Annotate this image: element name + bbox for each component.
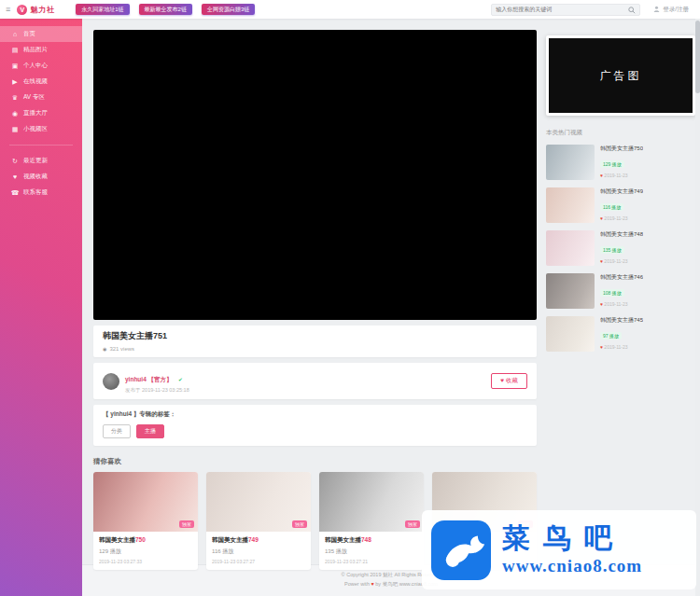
collect-button[interactable]: ♥ 收藏	[491, 373, 527, 389]
bird-logo-icon	[431, 520, 491, 580]
login-link[interactable]: 登录/注册	[653, 6, 689, 14]
hot-item-date: ♥ 2019-11-23	[600, 344, 643, 350]
hot-list-item[interactable]: 韩国美女主播748 135 播放 ♥ 2019-11-23	[546, 230, 695, 266]
hot-list-title: 本类热门视频	[546, 129, 695, 137]
refresh-icon: ↻	[10, 158, 20, 165]
related-card[interactable]: 独家 韩国美女主播750 129 播放 2019-11-23 03:27:33	[93, 472, 198, 570]
card-title[interactable]: 韩国美女主播748	[325, 536, 418, 545]
video-thumbnail[interactable]: 独家	[93, 472, 198, 532]
nav-button-3[interactable]: 全网资源白嫖3链	[202, 4, 255, 15]
hot-item-date: ♥ 2019-11-23	[600, 173, 643, 178]
right-sidebar: 广告图 本类热门视频 韩国美女主播750 129 播放 ♥ 2019-11-23…	[546, 35, 695, 352]
card-title[interactable]: 韩国美女主播750	[99, 536, 192, 545]
hot-item-views: 108 播放	[600, 289, 624, 297]
video-thumbnail[interactable]: 独家	[319, 472, 424, 532]
tags-card: 【 yinhui4 】专辑的标签： 分类 主播	[93, 405, 537, 446]
card-date: 2019-11-23 03:27:21	[325, 559, 418, 564]
hot-item-title[interactable]: 韩国美女主播750	[600, 145, 643, 153]
hot-item-date: ♥ 2019-11-23	[600, 301, 643, 307]
sidebar-item-label: AV 专区	[23, 93, 45, 102]
hot-item-title[interactable]: 韩国美女主播746	[600, 273, 643, 282]
sidebar-item-recent[interactable]: ↻ 最近更新	[0, 153, 82, 169]
watermark-text: 菜鸟吧 www.cniao8.com	[502, 524, 642, 576]
hot-item-info: 韩国美女主播750 129 播放 ♥ 2019-11-23	[595, 145, 643, 180]
card-body: 韩国美女主播748 135 播放 2019-11-23 03:27:21	[319, 532, 424, 570]
heart-icon: ♥	[10, 173, 20, 180]
exclusive-badge: 独家	[405, 520, 420, 528]
hot-item-title[interactable]: 韩国美女主播745	[600, 316, 643, 325]
hot-item-views: 129 播放	[600, 160, 624, 168]
search-input[interactable]	[496, 7, 628, 12]
search-box	[491, 4, 640, 16]
search-button[interactable]	[628, 3, 636, 17]
related-section-title: 猜你喜欢	[93, 457, 537, 466]
video-views: ◉ 321 views	[103, 346, 527, 352]
views-icon: ◉	[103, 346, 106, 352]
card-date: 2019-11-23 03:27:27	[212, 559, 305, 564]
sidebar-item-contact[interactable]: ☎ 联系客服	[0, 185, 82, 201]
card-views: 129 播放	[99, 547, 192, 556]
video-thumbnail	[546, 316, 595, 352]
video-thumbnail	[546, 145, 595, 180]
hot-item-info: 韩国美女主播745 97 播放 ♥ 2019-11-23	[595, 316, 643, 352]
sidebar-item-live[interactable]: ◉ 直播大厅	[0, 105, 82, 121]
user-icon	[653, 6, 660, 13]
card-title[interactable]: 韩国美女主播749	[212, 536, 305, 545]
heart-icon: ♥	[600, 173, 603, 178]
image-icon: ▤	[10, 47, 20, 54]
hot-item-title[interactable]: 韩国美女主播749	[600, 187, 643, 196]
sidebar-item-label: 联系客服	[23, 188, 48, 197]
card-body: 韩国美女主播749 116 播放 2019-11-23 03:27:27	[206, 532, 311, 570]
views-count: 321 views	[109, 346, 134, 352]
video-thumbnail	[546, 230, 595, 266]
sidebar-item-av[interactable]: ♛ AV 专区	[0, 90, 82, 105]
hot-item-info: 韩国美女主播748 135 播放 ♥ 2019-11-23	[595, 230, 643, 266]
hot-list-item[interactable]: 韩国美女主播745 97 播放 ♥ 2019-11-23	[546, 316, 695, 352]
hot-list-item[interactable]: 韩国美女主播746 108 播放 ♥ 2019-11-23	[546, 273, 695, 309]
sidebar-item-shortvideo[interactable]: ▦ 小视频区	[0, 121, 82, 137]
nav-button-2[interactable]: 最新最全发布2链	[139, 4, 192, 15]
avatar	[103, 373, 119, 390]
author-info: yinhui4 【官方】 ✔ 发布于 2019-11-23 03:25:18	[125, 368, 189, 394]
sidebar-divider	[9, 145, 73, 146]
card-views: 135 播放	[325, 547, 418, 556]
hot-item-title[interactable]: 韩国美女主播748	[600, 230, 643, 239]
watermark-url: www.cniao8.com	[502, 556, 642, 576]
site-logo[interactable]: V 魅力社	[17, 5, 55, 15]
hot-item-info: 韩国美女主播746 108 播放 ♥ 2019-11-23	[595, 273, 643, 309]
hot-list-item[interactable]: 韩国美女主播749 116 播放 ♥ 2019-11-23	[546, 187, 695, 223]
hot-list-item[interactable]: 韩国美女主播750 129 播放 ♥ 2019-11-23	[546, 145, 695, 180]
grid-icon: ▦	[10, 126, 20, 133]
video-thumbnail[interactable]: 独家	[206, 472, 311, 532]
logo-icon: V	[17, 5, 27, 15]
related-card[interactable]: 独家 韩国美女主播748 135 播放 2019-11-23 03:27:21	[319, 472, 424, 570]
sidebar-item-label: 视频收藏	[23, 173, 48, 181]
card-date: 2019-11-23 03:27:33	[99, 559, 192, 564]
phone-icon: ☎	[10, 189, 20, 197]
sidebar-item-profile[interactable]: ▣ 个人中心	[0, 58, 82, 74]
scrollbar-thumb[interactable]	[695, 21, 700, 93]
scrollbar-track	[695, 19, 700, 596]
hamburger-icon[interactable]: ≡	[6, 5, 10, 14]
heart-icon: ♥	[371, 581, 374, 587]
hot-item-views: 135 播放	[600, 246, 624, 254]
related-card[interactable]: 独家 韩国美女主播749 116 播放 2019-11-23 03:27:27	[206, 472, 311, 570]
exclusive-badge: 独家	[292, 520, 307, 528]
card-body: 韩国美女主播750 129 播放 2019-11-23 03:27:33	[93, 532, 198, 570]
author-name[interactable]: yinhui4 【官方】	[125, 376, 173, 382]
tag-anchor[interactable]: 主播	[136, 424, 164, 438]
heart-icon: ♥	[600, 215, 603, 221]
card-views: 116 播放	[212, 547, 305, 556]
video-player[interactable]	[93, 30, 537, 320]
sidebar-item-videos[interactable]: ▶ 在线视频	[0, 74, 82, 90]
video-title-card: 韩国美女主播751 ◉ 321 views	[93, 326, 537, 357]
nav-button-1[interactable]: 永久回家地址1链	[76, 4, 129, 15]
sidebar-item-label: 个人中心	[23, 62, 48, 70]
ad-banner[interactable]: 广告图	[546, 35, 695, 116]
topbar-nav: 永久回家地址1链 最新最全发布2链 全网资源白嫖3链	[76, 4, 255, 15]
sidebar-item-favorites[interactable]: ♥ 视频收藏	[0, 169, 82, 185]
tag-category[interactable]: 分类	[103, 424, 131, 438]
sidebar-item-pictures[interactable]: ▤ 精品图片	[0, 42, 82, 58]
sidebar-item-home[interactable]: ⌂ 首页	[0, 26, 82, 42]
sidebar-item-label: 精品图片	[23, 46, 48, 54]
